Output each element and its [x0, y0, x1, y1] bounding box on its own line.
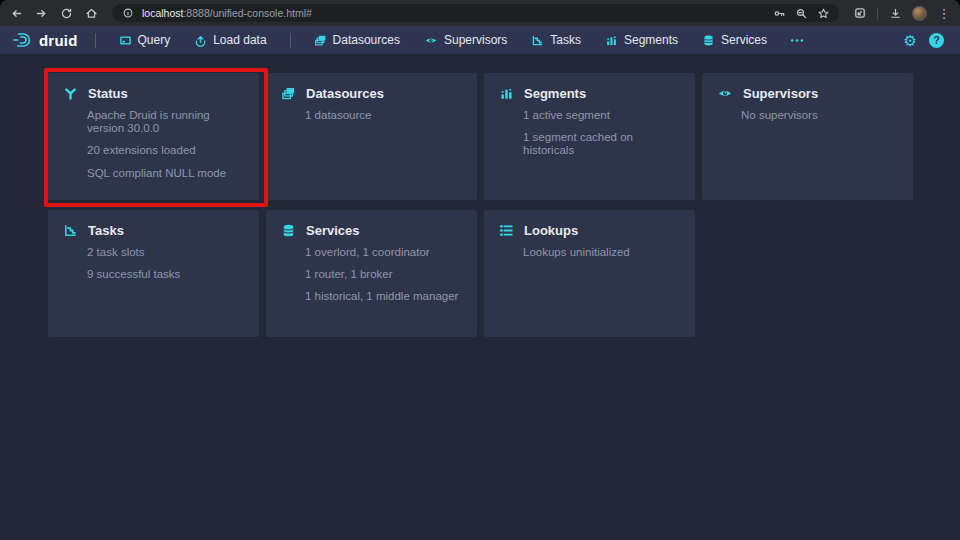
- nav-item-load-data[interactable]: Load data: [184, 26, 276, 54]
- url-path: :8888/unified-console.html#: [183, 7, 311, 19]
- nav-item-label: Services: [721, 33, 767, 47]
- forward-icon[interactable]: [33, 5, 49, 21]
- password-key-icon[interactable]: [771, 5, 787, 21]
- back-icon[interactable]: [8, 5, 24, 21]
- druid-logo[interactable]: druid: [10, 31, 82, 49]
- help-icon[interactable]: ?: [929, 33, 944, 48]
- datasources-card[interactable]: Datasources 1 datasource: [266, 73, 477, 200]
- card-title: Supervisors: [743, 86, 818, 101]
- card-line: SQL compliant NULL mode: [87, 167, 244, 180]
- eye-icon: [424, 34, 438, 47]
- nav-item-label: Tasks: [550, 33, 581, 47]
- nav-item-label: Supervisors: [444, 33, 507, 47]
- kebab-menu-icon[interactable]: ⋮: [936, 5, 952, 21]
- more-ellipsis-icon: [789, 34, 805, 47]
- browser-window: localhost:8888/unified-console.html# ⋮: [0, 0, 960, 540]
- tasks-card[interactable]: Tasks 2 task slots 9 successful tasks: [48, 210, 259, 337]
- eye-icon: [717, 86, 733, 101]
- card-line: Lookups uninitialized: [523, 246, 680, 259]
- brand-name: druid: [39, 32, 78, 49]
- services-card[interactable]: Services 1 overlord, 1 coordinator 1 rou…: [266, 210, 477, 337]
- nav-item-label: Load data: [213, 33, 266, 47]
- card-line: 1 active segment: [523, 109, 680, 122]
- properties-list-icon: [499, 223, 514, 238]
- toolbar-divider: [877, 7, 878, 20]
- url-text: localhost:8888/unified-console.html#: [142, 7, 312, 19]
- card-line: 1 historical, 1 middle manager: [305, 290, 462, 303]
- cards-grid: Status Apache Druid is running version 3…: [0, 54, 960, 337]
- card-line: 2 task slots: [87, 246, 244, 259]
- address-bar[interactable]: localhost:8888/unified-console.html#: [112, 4, 839, 22]
- card-line: 20 extensions loaded: [87, 144, 244, 157]
- nav-item-supervisors[interactable]: Supervisors: [414, 26, 517, 54]
- zoom-icon[interactable]: [793, 5, 809, 21]
- bar-chart-icon: [605, 34, 618, 47]
- profile-avatar[interactable]: [912, 6, 927, 21]
- druid-logo-icon: [12, 31, 34, 49]
- card-line: 9 successful tasks: [87, 268, 244, 281]
- nav-item-segments[interactable]: Segments: [595, 26, 688, 54]
- fork-graph-icon: [63, 86, 78, 101]
- lookups-card[interactable]: Lookups Lookups uninitialized: [484, 210, 695, 337]
- card-line: 1 segment cached on historicals: [523, 131, 680, 157]
- card-line: No supervisors: [741, 109, 898, 122]
- nav-item-query[interactable]: Query: [109, 26, 181, 54]
- browser-toolbar: localhost:8888/unified-console.html# ⋮: [0, 0, 960, 26]
- card-title: Services: [306, 223, 360, 238]
- bar-chart-icon: [499, 86, 514, 101]
- reload-icon[interactable]: [58, 5, 74, 21]
- card-title: Datasources: [306, 86, 384, 101]
- druid-navbar: druid Query Load data Datasources Superv…: [0, 26, 960, 54]
- upload-icon: [194, 34, 207, 47]
- card-line: 1 router, 1 broker: [305, 268, 462, 281]
- gantt-icon: [531, 34, 544, 47]
- settings-gear-icon[interactable]: ⚙: [898, 33, 923, 48]
- bookmark-star-icon[interactable]: [815, 5, 831, 21]
- stacked-layers-icon: [314, 34, 327, 47]
- supervisors-card[interactable]: Supervisors No supervisors: [702, 73, 913, 200]
- nav-item-label: Query: [138, 33, 171, 47]
- nav-more-button[interactable]: [781, 34, 813, 47]
- status-card[interactable]: Status Apache Druid is running version 3…: [48, 73, 259, 200]
- nav-item-services[interactable]: Services: [692, 26, 777, 54]
- site-info-icon[interactable]: [120, 5, 136, 21]
- card-line: 1 overlord, 1 coordinator: [305, 246, 462, 259]
- stacked-layers-icon: [281, 86, 296, 101]
- gantt-icon: [63, 223, 78, 238]
- nav-item-tasks[interactable]: Tasks: [521, 26, 591, 54]
- extensions-icon[interactable]: [852, 5, 868, 21]
- home-view: Status Apache Druid is running version 3…: [0, 54, 960, 540]
- database-icon: [702, 34, 715, 47]
- card-line: Apache Druid is running version 30.0.0: [87, 109, 244, 135]
- navbar-divider: [95, 33, 96, 48]
- card-title: Segments: [524, 86, 586, 101]
- card-title: Lookups: [524, 223, 578, 238]
- console-icon: [119, 34, 132, 47]
- nav-item-datasources[interactable]: Datasources: [304, 26, 410, 54]
- segments-card[interactable]: Segments 1 active segment 1 segment cach…: [484, 73, 695, 200]
- navbar-divider: [290, 33, 291, 48]
- nav-item-label: Datasources: [333, 33, 400, 47]
- download-icon[interactable]: [887, 5, 903, 21]
- card-title: Status: [88, 86, 128, 101]
- card-title: Tasks: [88, 223, 124, 238]
- home-icon[interactable]: [83, 5, 99, 21]
- url-host: localhost: [142, 7, 183, 19]
- card-line: 1 datasource: [305, 109, 462, 122]
- nav-item-label: Segments: [624, 33, 678, 47]
- database-icon: [281, 223, 296, 238]
